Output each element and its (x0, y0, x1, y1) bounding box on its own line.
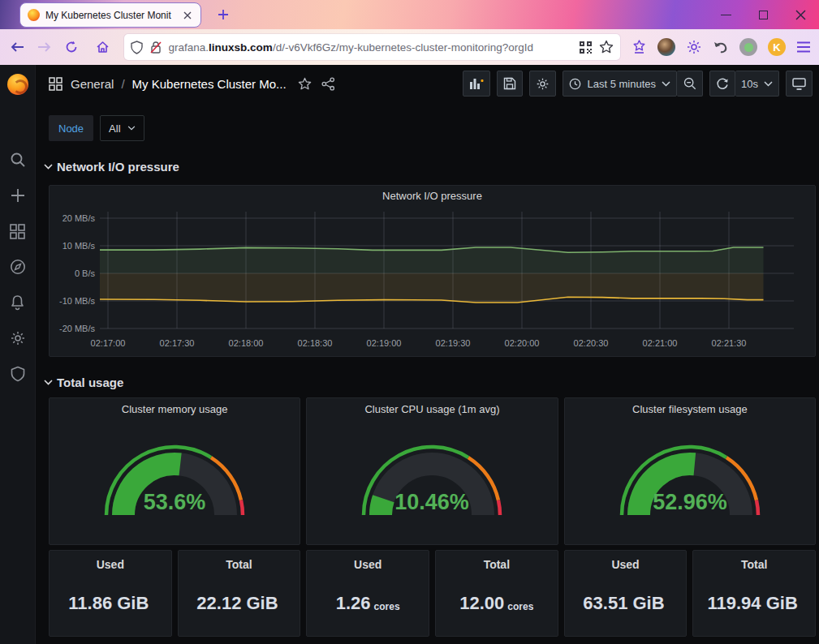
reload-button[interactable] (58, 34, 84, 60)
profile-avatar[interactable] (657, 38, 675, 56)
stat-label: Total (226, 558, 252, 571)
network-io-chart[interactable]: 20 MB/s10 MB/s0 B/s-10 MB/s-20 MB/s02:17… (50, 205, 815, 354)
breadcrumb: General / My Kubernetes Cluster Mo... (71, 77, 287, 91)
dashboard-settings-button[interactable] (529, 71, 556, 97)
kagi-extension-icon[interactable]: K (768, 38, 786, 56)
shield-permissions-icon[interactable] (131, 41, 143, 54)
sidebar-search-icon[interactable] (6, 152, 29, 168)
qr-code-icon[interactable] (579, 41, 593, 54)
cluster-memory-gauge-panel[interactable]: Cluster memory usage 53.6% (49, 397, 300, 545)
rate-extension-icon[interactable] (631, 39, 647, 55)
tab-title: My Kubernetes Cluster Monit (45, 10, 176, 21)
sidebar-configuration-icon[interactable] (6, 330, 29, 346)
memory-total-panel[interactable]: Total 22.12 GiB (178, 550, 301, 637)
sidebar-alerting-icon[interactable] (6, 294, 29, 311)
row-network-title: Network I/O pressure (57, 160, 179, 174)
stat-value: 1.26 (336, 593, 371, 614)
sidebar-create-icon[interactable] (6, 187, 29, 204)
save-dashboard-button[interactable] (497, 71, 523, 97)
gauge-title[interactable]: Cluster filesystem usage (632, 398, 748, 419)
network-io-panel[interactable]: Network I/O pressure 20 MB/s10 MB/s0 B/s… (49, 185, 816, 357)
row-network-io[interactable]: Network I/O pressure (44, 157, 819, 175)
refresh-button[interactable] (709, 71, 735, 97)
stat-row: Used 11.86 GiB Total 22.12 GiB Used 1.26… (49, 550, 816, 637)
menu-icon[interactable] (796, 41, 811, 53)
cpu-total-panel[interactable]: Total 12.00cores (435, 550, 558, 637)
gauge-title[interactable]: Cluster CPU usage (1m avg) (364, 398, 499, 419)
insecure-lock-icon[interactable] (149, 41, 162, 54)
minimize-icon (721, 15, 731, 15)
stat-value: 12.00 (459, 593, 504, 614)
grafana-logo-icon[interactable] (7, 74, 28, 95)
row-total-usage[interactable]: Total usage (44, 373, 819, 391)
cpu-used-panel[interactable]: Used 1.26cores (306, 550, 429, 637)
refresh-interval-button[interactable]: 10s (735, 71, 779, 97)
network-panel-title[interactable]: Network I/O pressure (50, 186, 815, 205)
stat-label: Used (97, 558, 124, 571)
memory-gauge: 53.6% (89, 419, 260, 530)
stat-value: 63.51 GiB (583, 593, 664, 614)
adblock-dot (744, 43, 753, 52)
x-axis-tick: 02:20:00 (505, 338, 540, 348)
x-axis-tick: 02:18:00 (229, 338, 264, 348)
share-icon[interactable] (321, 77, 335, 91)
new-tab-button[interactable] (213, 4, 234, 25)
x-axis-tick: 02:18:30 (298, 338, 333, 348)
grafana-main: General / My Kubernetes Cluster Mo... (36, 65, 819, 644)
memory-used-panel[interactable]: Used 11.86 GiB (49, 550, 172, 637)
variable-node-value[interactable]: All (100, 115, 144, 141)
breadcrumb-folder[interactable]: General (71, 77, 114, 91)
svg-text:52.96%: 52.96% (653, 490, 727, 514)
svg-text:10.46%: 10.46% (395, 490, 470, 514)
sidebar-admin-icon[interactable] (6, 366, 29, 382)
variable-node-label: Node (49, 115, 93, 141)
dashboard-toolbar: Last 5 minutes 10s (463, 71, 813, 97)
favorite-star-icon[interactable] (298, 77, 312, 91)
forward-button[interactable] (32, 34, 57, 60)
home-button[interactable] (90, 34, 115, 60)
time-range-button[interactable]: Last 5 minutes (563, 71, 677, 97)
y-axis-tick: 10 MB/s (50, 241, 95, 251)
back-button[interactable] (5, 34, 30, 60)
url-bar[interactable]: grafana.linuxsb.com/d/-v6Vkf6Gz/my-kuber… (124, 34, 620, 60)
filesystem-gauge: 52.96% (605, 419, 775, 530)
variables-bar: Node All (49, 115, 819, 141)
filesystem-total-panel[interactable]: Total 119.94 GiB (692, 550, 816, 637)
stat-value: 22.12 GiB (196, 593, 278, 614)
cycle-view-button[interactable] (786, 71, 813, 97)
add-panel-button[interactable] (463, 71, 490, 97)
chevron-down-icon (127, 126, 136, 131)
filesystem-used-panel[interactable]: Used 63.51 GiB (564, 550, 688, 637)
y-axis-tick: 20 MB/s (50, 213, 95, 223)
chevron-down-icon (44, 164, 53, 170)
settings-extension-icon[interactable] (686, 39, 702, 55)
stat-label: Used (354, 558, 381, 571)
x-axis-tick: 02:17:00 (91, 338, 126, 348)
cluster-filesystem-gauge-panel[interactable]: Cluster filesystem usage 52.96% (564, 397, 816, 545)
zoom-out-button[interactable] (677, 71, 703, 97)
adblock-extension-icon[interactable] (739, 38, 757, 56)
clock-icon (569, 78, 581, 90)
sidebar-explore-icon[interactable] (6, 259, 29, 275)
y-axis-tick: -10 MB/s (50, 296, 95, 306)
close-button[interactable] (782, 0, 819, 29)
minimize-button[interactable] (707, 0, 744, 29)
browser-tab[interactable]: My Kubernetes Cluster Monit (19, 2, 201, 28)
cluster-cpu-gauge-panel[interactable]: Cluster CPU usage (1m avg) 10.46% (306, 397, 558, 545)
tab-close-icon[interactable] (182, 10, 193, 21)
grafana-app: General / My Kubernetes Cluster Mo... (0, 65, 819, 644)
y-axis-tick: -20 MB/s (50, 324, 95, 333)
row-total-title: Total usage (57, 376, 123, 389)
sidebar-dashboards-icon[interactable] (6, 223, 29, 239)
url-text: grafana.linuxsb.com/d/-v6Vkf6Gz/my-kuber… (169, 41, 572, 54)
dashboard-topbar: General / My Kubernetes Cluster Mo... (36, 65, 819, 102)
dashboard-title[interactable]: My Kubernetes Cluster Mo... (132, 77, 287, 91)
maximize-button[interactable] (744, 0, 782, 29)
bookmark-star-icon[interactable] (599, 40, 614, 54)
x-axis-tick: 02:19:00 (367, 338, 402, 348)
x-axis-tick: 02:21:00 (643, 338, 678, 348)
undo-extension-icon[interactable] (713, 40, 729, 54)
gauge-title[interactable]: Cluster memory usage (122, 398, 228, 419)
grafana-sidebar (0, 65, 36, 644)
x-axis-tick: 02:19:30 (436, 338, 471, 348)
